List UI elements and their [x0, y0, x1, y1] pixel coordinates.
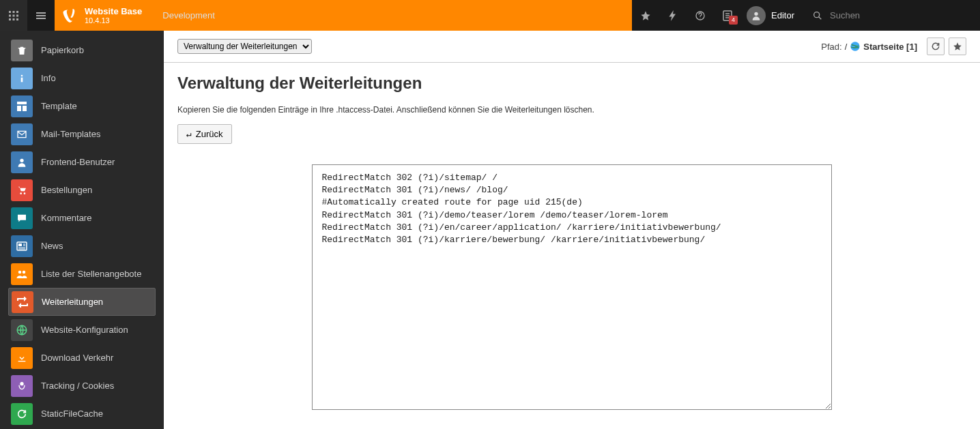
- sidebar-item-label: Bestellungen: [41, 185, 92, 195]
- svg-point-25: [24, 192, 26, 194]
- svg-rect-22: [23, 106, 27, 111]
- topbar-right: 4 Editor: [632, 0, 980, 31]
- redirect-rules-textarea[interactable]: [312, 164, 833, 410]
- sidebar-item-label: StaticFileCache: [41, 409, 103, 419]
- main-layout: Papierkorb Info Template Mail-Templates: [0, 31, 980, 429]
- star-icon: [953, 42, 962, 51]
- help-button[interactable]: [687, 0, 714, 31]
- svg-rect-21: [17, 106, 21, 111]
- page-title: Verwaltung der Weiterleitungen: [177, 74, 966, 93]
- sidebar-item-label: Mail-Templates: [41, 129, 100, 139]
- svg-point-18: [21, 74, 23, 76]
- content-body: Verwaltung der Weiterleitungen Kopieren …: [164, 63, 980, 426]
- topbar-orange-section: Website Base 10.4.13 Development: [55, 0, 632, 31]
- reload-icon: [931, 42, 940, 51]
- sidebar-item-redirects[interactable]: Weiterleitungen: [8, 288, 156, 316]
- back-button[interactable]: ↵ Zurück: [177, 124, 232, 144]
- search-input[interactable]: [830, 10, 966, 20]
- svg-rect-4: [13, 14, 15, 16]
- redirect-icon: [12, 291, 33, 313]
- svg-point-35: [20, 382, 23, 385]
- user-menu[interactable]: Editor: [741, 0, 803, 31]
- svg-rect-8: [16, 18, 18, 20]
- avatar: [747, 6, 766, 25]
- sidebar-item-frontend-users[interactable]: Frontend-Benutzer: [8, 148, 156, 176]
- sidebar-item-orders[interactable]: Bestellungen: [8, 176, 156, 204]
- user-name: Editor: [771, 10, 794, 20]
- sidebar-item-jobs[interactable]: Liste der Stellenangebote: [8, 260, 156, 288]
- sidebar-item-mail-templates[interactable]: Mail-Templates: [8, 120, 156, 148]
- opendocs-count-badge: 4: [729, 16, 738, 25]
- logo-area[interactable]: Website Base 10.4.13: [55, 0, 153, 31]
- site-version: 10.4.13: [85, 16, 142, 25]
- help-icon: [695, 10, 706, 21]
- person-icon: [751, 10, 762, 21]
- path-target[interactable]: Startseite [1]: [863, 42, 917, 52]
- svg-rect-0: [9, 11, 11, 13]
- comment-icon: [11, 207, 33, 229]
- topbar-left-dark: [0, 0, 55, 31]
- opendocs-button[interactable]: 4: [714, 0, 741, 31]
- svg-rect-6: [9, 18, 11, 20]
- user-icon: [11, 151, 33, 173]
- sidebar-item-staticfilecache[interactable]: StaticFileCache: [8, 400, 156, 428]
- svg-point-10: [700, 18, 700, 18]
- search-icon: [812, 10, 823, 21]
- sidebar-item-tracking-cookies[interactable]: Tracking / Cookies: [8, 372, 156, 400]
- return-arrow-icon: ↵: [186, 129, 192, 139]
- path-label: Pfad:: [821, 42, 841, 52]
- sidebar-item-label: Download Verkehr: [41, 353, 113, 363]
- svg-point-33: [23, 270, 26, 273]
- environment-badge: Development: [153, 0, 225, 31]
- path-separator: /: [845, 42, 848, 52]
- module-grid-button[interactable]: [0, 0, 27, 31]
- download-icon: [11, 347, 33, 369]
- content-header: Verwaltung der Weiterleitungen Pfad: / S…: [164, 31, 980, 63]
- sidebar-item-label: Tracking / Cookies: [41, 381, 114, 391]
- svg-rect-7: [13, 18, 15, 20]
- sidebar-item-label: Info: [41, 73, 56, 83]
- info-icon: [11, 68, 33, 89]
- svg-line-17: [819, 16, 822, 19]
- svg-point-15: [754, 12, 758, 15]
- typo3-logo-icon: [61, 8, 78, 24]
- sidebar-item-info[interactable]: Info: [8, 64, 156, 92]
- news-icon: [11, 235, 33, 257]
- sidebar-item-label: Papierkorb: [41, 45, 84, 55]
- breadcrumb: Pfad: / Startseite [1]: [821, 41, 917, 52]
- sidebar-item-template[interactable]: Template: [8, 92, 156, 120]
- tracking-icon: [11, 375, 33, 397]
- cart-icon: [11, 179, 33, 201]
- trash-icon: [11, 40, 33, 61]
- sidebar-item-comments[interactable]: Kommentare: [8, 204, 156, 232]
- clear-cache-button[interactable]: [659, 0, 687, 31]
- module-function-select[interactable]: Verwaltung der Weiterleitungen: [177, 39, 312, 54]
- bookmarks-button[interactable]: [632, 0, 659, 31]
- sidebar-item-download-traffic[interactable]: Download Verkehr: [8, 344, 156, 372]
- svg-rect-1: [13, 11, 15, 13]
- template-icon: [11, 95, 33, 117]
- svg-point-23: [20, 158, 23, 162]
- sidebar-item-news[interactable]: News: [8, 232, 156, 260]
- sidebar-item-label: Liste der Stellenangebote: [41, 269, 141, 279]
- svg-rect-20: [17, 102, 27, 104]
- search-area[interactable]: [803, 0, 980, 31]
- reload-button[interactable]: [927, 38, 945, 55]
- site-name: Website Base: [85, 6, 142, 17]
- svg-rect-27: [18, 243, 22, 246]
- sidebar-item-site-config[interactable]: Website-Konfiguration: [8, 316, 156, 344]
- globe-icon: [850, 41, 861, 52]
- sidebar-item-label: Template: [41, 101, 77, 111]
- page-description: Kopieren Sie die folgenden Einträge in I…: [177, 105, 966, 115]
- pagetree-toggle-button[interactable]: [27, 0, 55, 31]
- module-sidebar: Papierkorb Info Template Mail-Templates: [0, 31, 164, 429]
- sidebar-item-label: Website-Konfiguration: [41, 325, 128, 335]
- star-icon: [640, 10, 651, 21]
- sidebar-item-label: Weiterleitungen: [42, 297, 103, 307]
- topbar: Website Base 10.4.13 Development 4 Edito…: [0, 0, 980, 31]
- sidebar-item-recycler[interactable]: Papierkorb: [8, 36, 156, 64]
- bookmark-page-button[interactable]: [949, 38, 966, 55]
- header-right: Pfad: / Startseite [1]: [821, 38, 966, 55]
- circular-arrow-icon: [11, 403, 33, 425]
- back-button-label: Zurück: [196, 129, 223, 139]
